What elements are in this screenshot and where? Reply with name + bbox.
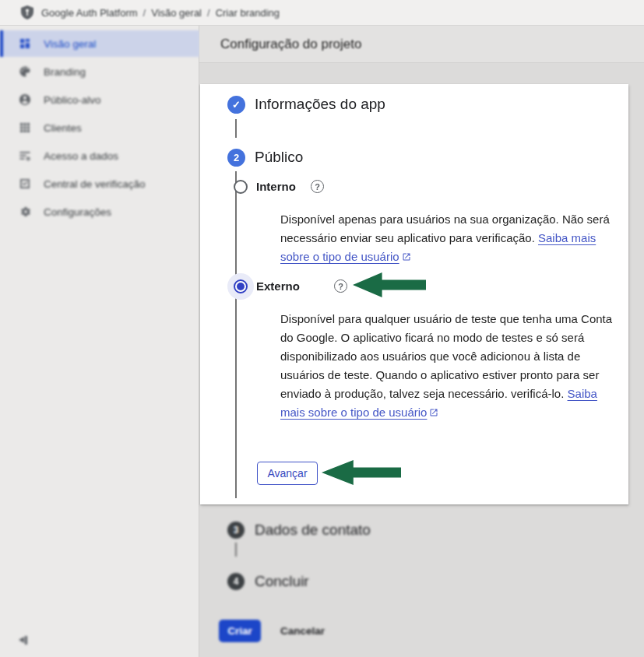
breadcrumb: Google Auth Platform / Visão geral / Cri…	[41, 7, 280, 19]
breadcrumb-section[interactable]: Visão geral	[151, 7, 202, 19]
step-connector	[235, 171, 237, 498]
help-icon[interactable]: ?	[334, 279, 347, 293]
page-header: Configuração do projeto	[199, 26, 644, 63]
auth-platform-shield-icon	[21, 5, 33, 19]
sidebar-item-label: Público-alvo	[44, 94, 101, 106]
sidebar-item-publico-alvo[interactable]: Público-alvo	[0, 86, 199, 113]
help-icon[interactable]: ?	[311, 180, 324, 193]
step1-label: Informações do app	[255, 95, 385, 114]
sidebar-item-label: Central de verificação	[44, 178, 146, 190]
external-link-icon	[429, 404, 438, 423]
externo-description: Disponível para qualquer usuário de test…	[280, 310, 621, 423]
step2-label: Público	[255, 148, 303, 167]
step4-label: Concluir	[255, 572, 309, 591]
sidebar-item-label: Visão geral	[44, 38, 96, 50]
sidebar-item-clientes[interactable]: Clientes	[0, 114, 199, 141]
google-auth-platform-screen: Google Auth Platform / Visão geral / Cri…	[0, 0, 644, 657]
breadcrumb-root[interactable]: Google Auth Platform	[41, 7, 138, 19]
sidebar-item-label: Clientes	[44, 122, 82, 134]
sidebar-item-central-de-verificacao[interactable]: Central de verificação	[0, 170, 199, 197]
collapse-sidebar-button[interactable]	[19, 634, 30, 645]
page-title: Configuração do projeto	[199, 37, 361, 52]
check-icon: ✓	[232, 99, 241, 111]
step4-number-badge: 4	[227, 573, 245, 590]
step-connector	[235, 543, 237, 557]
main-content: Configuração do projeto ✓ Informações do…	[199, 26, 644, 657]
step3-number-badge: 3	[227, 522, 245, 539]
clients-icon	[19, 121, 31, 134]
chevron-left-icon	[19, 637, 24, 643]
step3-label: Dados de contato	[255, 521, 371, 539]
step1-done-icon: ✓	[227, 96, 245, 114]
project-configuration-card: ✓ Informações do app 2 Público Interno ?…	[200, 84, 628, 504]
interno-description: Disponível apenas para usuários na sua o…	[280, 210, 621, 267]
create-button[interactable]: Criar	[219, 620, 261, 642]
annotation-arrow-avancar	[322, 460, 401, 485]
sidebar-item-label: Acesso a dados	[44, 150, 118, 162]
breadcrumb-page: Criar branding	[216, 7, 280, 19]
overview-icon	[19, 37, 31, 50]
annotation-arrow-externo	[353, 272, 426, 297]
radio-externo[interactable]	[234, 279, 248, 293]
sidebar: Visão geral Branding Público-alvo Client…	[0, 26, 199, 657]
radio-interno-label: Interno	[256, 180, 296, 194]
data-access-icon	[19, 149, 31, 162]
audience-icon	[19, 93, 31, 106]
settings-icon	[19, 206, 31, 218]
step2-number-badge: 2	[227, 149, 245, 167]
sidebar-item-acesso-a-dados[interactable]: Acesso a dados	[0, 142, 199, 169]
branding-icon	[19, 65, 31, 78]
sidebar-item-label: Configurações	[44, 206, 111, 218]
breadcrumb-separator: /	[143, 7, 146, 19]
topbar: Google Auth Platform / Visão geral / Cri…	[0, 0, 644, 26]
cancel-button[interactable]: Cancelar	[274, 620, 331, 642]
breadcrumb-separator: /	[207, 7, 210, 19]
next-button[interactable]: Avançar	[257, 462, 318, 485]
sidebar-item-label: Branding	[44, 66, 86, 78]
radio-interno[interactable]	[234, 180, 248, 194]
verification-center-icon	[19, 177, 31, 190]
sidebar-item-visao-geral[interactable]: Visão geral	[0, 30, 199, 57]
radio-externo-label: Externo	[256, 279, 300, 293]
sidebar-item-configuracoes[interactable]: Configurações	[0, 199, 199, 225]
sidebar-item-branding[interactable]: Branding	[0, 58, 199, 85]
step-connector	[235, 119, 237, 138]
external-link-icon	[402, 248, 411, 267]
